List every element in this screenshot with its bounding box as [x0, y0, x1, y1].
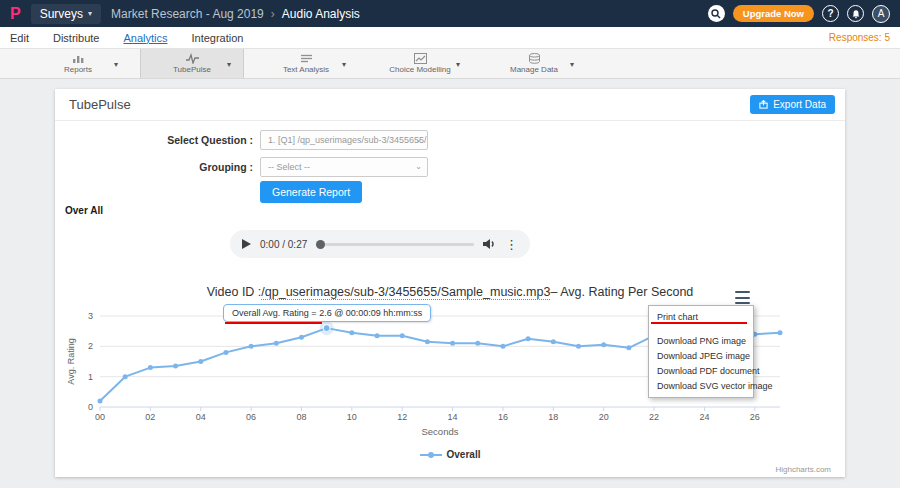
chevron-down-icon: ⌄ [415, 131, 422, 149]
breadcrumb-parent[interactable]: Market Research - Aug 2019 [111, 7, 264, 21]
svg-text:22: 22 [649, 412, 659, 422]
toolbar-item-label: Manage Data [510, 65, 558, 74]
svg-text:3: 3 [88, 311, 93, 321]
chevron-down-icon: ▾ [88, 9, 92, 18]
analysis-toolbar: Reports ▾ TubePulse ▾ Text Analysis ▾ Ch… [0, 49, 900, 79]
hamburger-icon [735, 291, 750, 293]
upgrade-button[interactable]: Upgrade Now [733, 5, 814, 22]
breadcrumb: Market Research - Aug 2019 › Audio Analy… [111, 7, 360, 21]
svg-text:20: 20 [599, 412, 609, 422]
topbar: P Surveys ▾ Market Research - Aug 2019 ›… [0, 0, 900, 27]
tubepulse-panel: TubePulse Export Data Select Question : … [55, 89, 845, 477]
chart-title-path: /qp_userimages/sub-3/3455655/Sample_musi… [261, 285, 550, 300]
svg-text:14: 14 [448, 412, 458, 422]
menu-item-download-pdf[interactable]: Download PDF document [649, 363, 753, 378]
volume-icon[interactable] [483, 238, 496, 250]
menu-item-distribute[interactable]: Distribute [53, 32, 99, 44]
menu-separator [649, 324, 753, 333]
app-logo[interactable]: P [10, 5, 21, 23]
legend-label: Overall [447, 449, 481, 460]
annotation-underline-print [651, 322, 747, 324]
grouping-value: -- Select -- [268, 162, 310, 172]
svg-text:00: 00 [95, 412, 105, 422]
seek-thumb[interactable] [316, 240, 325, 249]
chart-legend-item[interactable]: Overall [55, 449, 845, 460]
legend-marker-icon [420, 451, 442, 459]
panel-title: TubePulse [69, 89, 131, 121]
grouping-label: Grouping : [55, 161, 253, 173]
play-button-icon[interactable] [242, 239, 251, 249]
select-question-dropdown[interactable]: 1. [Q1] /qp_userimages/sub-3/3455655/S..… [260, 130, 428, 150]
svg-text:06: 06 [246, 412, 256, 422]
export-data-button[interactable]: Export Data [750, 95, 835, 114]
bar-chart-icon [72, 53, 85, 64]
audio-player: 0:00 / 0:27 ⋮ [230, 230, 530, 258]
menu-item-download-jpeg[interactable]: Download JPEG image [649, 348, 753, 363]
toolbar-item-text-analysis[interactable]: Text Analysis ▾ [254, 49, 358, 78]
toolbar-item-label: Choice Modelling [389, 65, 450, 74]
notifications-bell-icon[interactable] [847, 5, 864, 22]
menu-item-download-svg[interactable]: Download SVG vector image [649, 378, 753, 393]
svg-text:Seconds: Seconds [422, 426, 459, 437]
toolbar-item-label: Text Analysis [283, 65, 329, 74]
svg-text:04: 04 [196, 412, 206, 422]
user-avatar[interactable]: A [872, 5, 890, 23]
audio-time: 0:00 / 0:27 [260, 239, 307, 250]
chevron-down-icon: ⌄ [415, 158, 422, 176]
svg-text:24: 24 [699, 412, 709, 422]
toolbar-item-label: Reports [64, 65, 92, 74]
svg-text:26: 26 [750, 412, 760, 422]
toolbar-item-choice-modelling[interactable]: Choice Modelling ▾ [368, 49, 472, 78]
text-lines-icon [300, 53, 313, 64]
chevron-down-icon[interactable]: ▾ [342, 59, 346, 68]
menu-item-analytics[interactable]: Analytics [123, 32, 167, 44]
menubar: Edit Distribute Analytics Integration Re… [0, 27, 900, 49]
chevron-down-icon[interactable]: ▾ [114, 59, 118, 68]
search-icon[interactable] [708, 5, 725, 22]
line-chart-icon [414, 53, 427, 64]
overflow-menu-icon[interactable]: ⋮ [505, 238, 518, 251]
annotation-underline-tooltip [225, 322, 322, 324]
highcharts-credits[interactable]: Highcharts.com [775, 465, 831, 474]
toolbar-item-reports[interactable]: Reports ▾ [26, 49, 130, 78]
export-data-label: Export Data [773, 99, 826, 110]
grouping-dropdown[interactable]: -- Select -- ⌄ [260, 157, 428, 177]
svg-text:2: 2 [88, 341, 93, 351]
panel-header: TubePulse Export Data [55, 89, 845, 121]
surveys-dropdown[interactable]: Surveys ▾ [31, 4, 101, 24]
svg-text:0: 0 [88, 402, 93, 412]
chart-title: Video ID :/qp_userimages/sub-3/3455655/S… [55, 285, 845, 299]
menu-item-download-png[interactable]: Download PNG image [649, 333, 753, 348]
pulse-icon [186, 53, 199, 64]
database-icon [528, 53, 541, 64]
menu-item-integration[interactable]: Integration [191, 32, 243, 44]
breadcrumb-current: Audio Analysis [282, 7, 360, 21]
responses-count: Responses: 5 [829, 32, 890, 43]
toolbar-item-tubepulse[interactable]: TubePulse ▾ [140, 49, 244, 78]
chart-tooltip: Overall Avg. Rating = 2.6 @ 00:00:09 hh:… [223, 304, 431, 322]
help-button[interactable]: ? [822, 5, 839, 22]
svg-text:18: 18 [548, 412, 558, 422]
svg-text:02: 02 [145, 412, 155, 422]
overall-section-label: Over All [65, 205, 103, 216]
svg-text:Avg. Rating: Avg. Rating [66, 338, 76, 384]
generate-report-button[interactable]: Generate Report [260, 181, 362, 203]
chevron-down-icon[interactable]: ▾ [227, 59, 231, 68]
menu-item-edit[interactable]: Edit [10, 32, 29, 44]
chevron-down-icon[interactable]: ▾ [456, 59, 460, 68]
content-area: TubePulse Export Data Select Question : … [0, 79, 900, 488]
svg-text:10: 10 [347, 412, 357, 422]
select-question-value: 1. [Q1] /qp_userimages/sub-3/3455655/S..… [268, 135, 428, 145]
chart-title-suffix: – Avg. Rating Per Second [550, 285, 693, 299]
breadcrumb-separator: › [271, 7, 275, 21]
svg-text:1: 1 [88, 372, 93, 382]
export-icon [759, 100, 768, 109]
toolbar-item-manage-data[interactable]: Manage Data ▾ [482, 49, 586, 78]
chart-title-prefix: Video ID : [207, 285, 262, 299]
topbar-actions: Upgrade Now ? A [708, 5, 890, 23]
svg-text:16: 16 [498, 412, 508, 422]
surveys-label: Surveys [40, 7, 83, 21]
chevron-down-icon[interactable]: ▾ [570, 59, 574, 68]
seek-slider[interactable] [316, 243, 474, 246]
select-question-label: Select Question : [55, 134, 253, 146]
